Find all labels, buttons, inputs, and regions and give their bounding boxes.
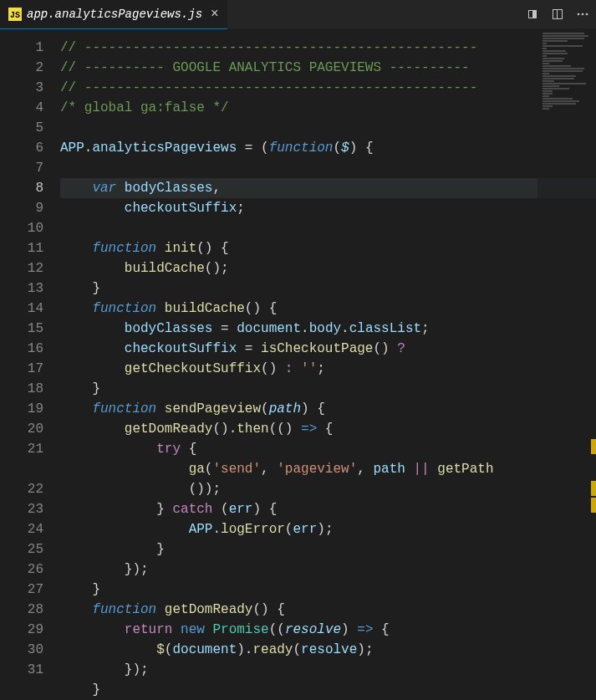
keyword: function: [92, 241, 156, 256]
ruler-warning-mark: [591, 481, 596, 496]
line-number: 24: [0, 519, 43, 539]
keyword: function: [92, 602, 156, 617]
line-number: 7: [0, 158, 43, 178]
line-number: 8: [0, 178, 43, 198]
call: ga: [189, 462, 205, 477]
line-number-gutter: 1234567891011121314151617181920212223242…: [0, 29, 60, 700]
line-number: 9: [0, 198, 43, 218]
comment: // ---------- GOOGLE ANALYTICS PAGEVIEWS…: [60, 60, 470, 75]
token: APP: [189, 522, 213, 537]
keyword: function: [269, 141, 334, 156]
call: ready: [252, 642, 293, 657]
ruler-warning-mark: [591, 439, 596, 454]
token: err: [229, 502, 253, 517]
token: document: [237, 321, 301, 336]
param: $: [341, 141, 349, 156]
token: body: [309, 321, 341, 336]
line-number: 5: [0, 118, 43, 138]
token: err: [293, 522, 317, 537]
call: isCheckoutPage: [261, 341, 373, 356]
line-number: 25: [0, 539, 43, 559]
tab-close-icon[interactable]: ×: [211, 7, 219, 22]
editor-tab[interactable]: JS app.analyticsPageviews.js ×: [0, 0, 227, 29]
line-number: 18: [0, 379, 43, 399]
editor-actions: [526, 8, 589, 21]
call: getDomReady: [125, 422, 213, 437]
string: 'pageview': [277, 462, 357, 477]
keyword: function: [92, 401, 156, 416]
svg-point-1: [582, 13, 584, 16]
line-number: 4: [0, 98, 43, 118]
ruler-warning-mark: [591, 498, 596, 513]
more-actions-icon[interactable]: [576, 8, 589, 21]
line-number: 3: [0, 78, 43, 98]
token: checkoutSuffix: [125, 341, 237, 356]
param: path: [269, 401, 301, 416]
line-number: 23: [0, 499, 43, 519]
line-number: 11: [0, 238, 43, 258]
overview-ruler[interactable]: [589, 29, 596, 700]
code-content[interactable]: // -------------------------------------…: [60, 29, 596, 700]
function-name: sendPageview: [165, 401, 261, 416]
token: APP: [60, 141, 84, 156]
line-number: 28: [0, 600, 43, 620]
keyword: var: [92, 181, 116, 196]
call: then: [237, 422, 268, 437]
line-number: 16: [0, 339, 43, 359]
line-number: [0, 459, 43, 479]
function-name: buildCache: [165, 301, 245, 316]
function-name: getDomReady: [165, 602, 253, 617]
line-number: 29: [0, 620, 43, 640]
line-number: 10: [0, 218, 43, 238]
comment: // -------------------------------------…: [60, 80, 477, 95]
line-number: 2: [0, 58, 43, 78]
tab-bar: JS app.analyticsPageviews.js ×: [0, 0, 596, 29]
line-number: 15: [0, 319, 43, 339]
line-number: 27: [0, 580, 43, 600]
call: logError: [221, 522, 285, 537]
line-number: 14: [0, 299, 43, 319]
line-number: 1: [0, 38, 43, 58]
current-line: var bodyClasses,: [60, 178, 596, 198]
string: 'send': [212, 462, 261, 477]
line-number: 22: [0, 479, 43, 499]
token: checkoutSuffix: [125, 201, 237, 216]
line-number: 20: [0, 419, 43, 439]
line-number: 31: [0, 660, 43, 680]
token: document: [172, 642, 237, 657]
token: path: [373, 462, 405, 477]
token: bodyClasses: [125, 181, 213, 196]
token: bodyClasses: [125, 321, 213, 336]
toggle-sidebar-icon[interactable]: [526, 8, 539, 21]
comment: /* global ga:false */: [60, 100, 229, 115]
line-number: 26: [0, 559, 43, 580]
call: buildCache: [125, 261, 205, 276]
function-name: init: [165, 241, 196, 256]
split-editor-icon[interactable]: [551, 8, 564, 21]
js-file-icon: JS: [8, 8, 22, 21]
call: getCheckoutSuffix: [125, 361, 261, 376]
line-number: 6: [0, 138, 43, 158]
line-number: 21: [0, 439, 43, 459]
svg-point-2: [586, 13, 588, 16]
comment: // -------------------------------------…: [60, 40, 477, 55]
minimap[interactable]: [537, 29, 596, 700]
token: analyticsPageviews: [92, 141, 237, 156]
svg-point-0: [578, 13, 580, 16]
param: resolve: [285, 622, 341, 637]
keyword: try: [156, 442, 181, 457]
type: Promise: [212, 622, 268, 637]
line-number: 30: [0, 640, 43, 660]
line-number: 17: [0, 359, 43, 379]
token: classList: [349, 321, 421, 336]
line-number: 19: [0, 399, 43, 419]
tab-filename: app.analyticsPageviews.js: [27, 8, 202, 21]
keyword: new: [181, 622, 205, 637]
call: $: [156, 642, 165, 657]
line-number: 13: [0, 278, 43, 299]
line-number: 12: [0, 258, 43, 278]
editor-area: 1234567891011121314151617181920212223242…: [0, 29, 596, 700]
call: getPath: [437, 462, 493, 477]
token: resolve: [301, 642, 357, 657]
string: '': [301, 361, 317, 376]
